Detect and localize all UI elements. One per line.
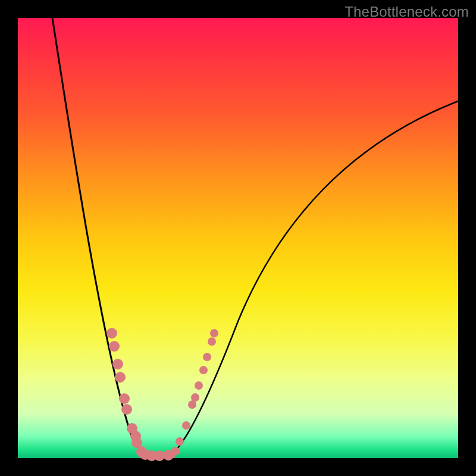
data-marker xyxy=(171,447,180,455)
data-marker xyxy=(195,381,203,390)
series-group xyxy=(52,18,458,456)
data-marker xyxy=(176,437,184,446)
data-marker xyxy=(121,404,132,415)
data-marker xyxy=(112,359,123,369)
data-marker xyxy=(188,400,196,409)
data-marker xyxy=(210,329,218,337)
plot-area xyxy=(18,18,458,458)
data-marker xyxy=(107,328,117,339)
chart-frame: TheBottleneck.com xyxy=(0,0,476,476)
series-left-curve xyxy=(52,18,150,456)
data-marker xyxy=(203,353,211,361)
data-marker xyxy=(109,341,120,352)
chart-svg xyxy=(18,18,458,458)
data-marker xyxy=(182,421,190,430)
data-marker xyxy=(208,337,216,346)
watermark-text: TheBottleneck.com xyxy=(345,4,469,20)
data-marker xyxy=(115,372,126,383)
data-marker xyxy=(199,366,208,374)
data-marker xyxy=(191,393,199,402)
series-right-curve xyxy=(170,101,458,456)
marker-group xyxy=(107,328,218,461)
data-marker xyxy=(119,393,130,404)
